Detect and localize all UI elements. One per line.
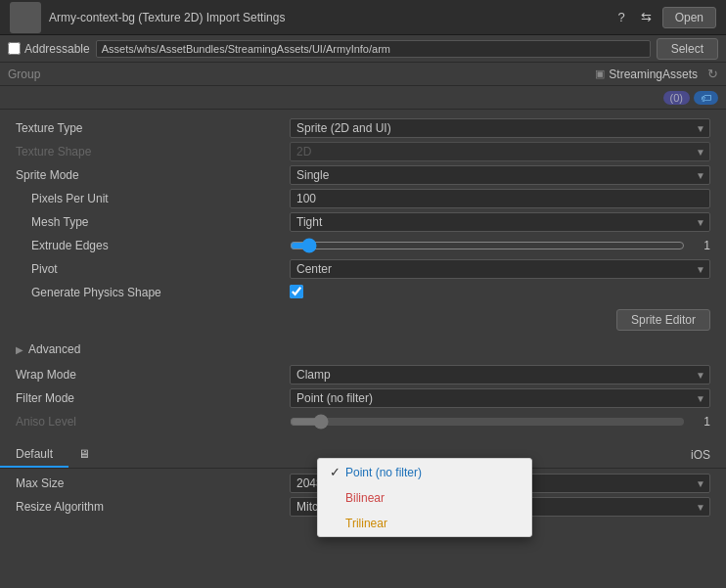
group-label: Group xyxy=(8,68,40,81)
wrap-mode-label: Wrap Mode xyxy=(16,368,290,382)
texture-type-row: Texture Type Sprite (2D and UI) ▼ xyxy=(16,117,710,139)
texture-type-control: Sprite (2D and UI) ▼ xyxy=(290,118,710,138)
window-title: Army-context-bg (Texture 2D) Import Sett… xyxy=(49,11,285,24)
sprite-editor-button[interactable]: Sprite Editor xyxy=(616,309,710,331)
tab-default[interactable]: Default xyxy=(0,442,68,468)
pixels-per-unit-label: Pixels Per Unit xyxy=(16,192,290,205)
extrude-edges-slider-row: 1 xyxy=(290,238,710,253)
texture-shape-dropdown: 2D xyxy=(290,142,710,161)
filter-option-trilinear[interactable]: Trilinear xyxy=(318,511,531,536)
texture-icon xyxy=(10,2,41,33)
check-icon: ✓ xyxy=(330,465,345,479)
texture-shape-row: Texture Shape 2D ▼ xyxy=(16,141,710,162)
advanced-title: Advanced xyxy=(28,342,80,356)
pixels-per-unit-row: Pixels Per Unit xyxy=(16,188,710,209)
sprite-mode-label: Sprite Mode xyxy=(16,168,290,182)
extrude-edges-row: Extrude Edges 1 xyxy=(16,235,710,256)
pivot-label: Pivot xyxy=(16,262,290,276)
extrude-edges-control: 1 xyxy=(290,238,710,253)
select-button[interactable]: Select xyxy=(657,38,718,60)
aniso-level-control: 1 xyxy=(290,414,710,430)
filter-mode-dropdown[interactable]: Point (no filter) xyxy=(290,388,710,408)
aniso-level-value: 1 xyxy=(691,415,710,429)
aniso-level-label: Aniso Level xyxy=(16,415,290,429)
wrap-mode-row: Wrap Mode Clamp ▼ xyxy=(16,364,710,385)
title-bar-left: Army-context-bg (Texture 2D) Import Sett… xyxy=(10,2,285,33)
mesh-type-control: Tight ▼ xyxy=(290,212,710,232)
generate-physics-shape-row: Generate Physics Shape xyxy=(16,282,710,303)
filter-option-bilinear[interactable]: Bilinear xyxy=(318,485,531,511)
mesh-type-row: Mesh Type Tight ▼ xyxy=(16,211,710,233)
extrude-edges-label: Extrude Edges xyxy=(16,239,290,252)
filter-mode-row: Filter Mode Point (no filter) ▼ xyxy=(16,387,710,409)
sprite-editor-row: Sprite Editor xyxy=(16,309,710,331)
addressable-path: Assets/whs/AssetBundles/StreamingAssets/… xyxy=(96,40,651,58)
max-size-label: Max Size xyxy=(16,476,290,490)
addressable-row: Addressable Assets/whs/AssetBundles/Stre… xyxy=(0,35,726,63)
tab-monitor[interactable]: 🖥 xyxy=(68,442,100,468)
settings-content: Texture Type Sprite (2D and UI) ▼ Textur… xyxy=(0,110,726,442)
wrap-mode-dropdown[interactable]: Clamp xyxy=(290,365,710,384)
title-bar: Army-context-bg (Texture 2D) Import Sett… xyxy=(0,0,726,35)
pixels-per-unit-input[interactable] xyxy=(290,189,710,208)
folder-icon: ▣ xyxy=(595,68,605,80)
sprite-mode-control: Single ▼ xyxy=(290,165,710,185)
group-value: ▣ StreamingAssets ↻ xyxy=(595,67,718,81)
texture-type-dropdown[interactable]: Sprite (2D and UI) xyxy=(290,118,710,138)
filter-option-point-label: Point (no filter) xyxy=(345,466,520,479)
generate-physics-shape-label: Generate Physics Shape xyxy=(16,286,290,299)
badge-row: (0) 🏷 xyxy=(0,86,726,110)
group-row: Group ▣ StreamingAssets ↻ xyxy=(0,63,726,86)
generate-physics-shape-control xyxy=(290,285,710,301)
texture-type-label: Texture Type xyxy=(16,121,290,135)
pivot-row: Pivot Center ▼ xyxy=(16,258,710,280)
pixels-per-unit-control xyxy=(290,189,710,208)
filter-mode-label: Filter Mode xyxy=(16,391,290,405)
filter-mode-control: Point (no filter) ▼ xyxy=(290,388,710,408)
aniso-level-slider xyxy=(290,414,685,430)
advanced-triangle: ▶ xyxy=(16,344,23,355)
filter-mode-popup: ✓ Point (no filter) Bilinear Trilinear xyxy=(317,458,532,537)
texture-shape-control: 2D ▼ xyxy=(290,142,710,161)
filter-option-point[interactable]: ✓ Point (no filter) xyxy=(318,459,531,485)
mesh-type-dropdown[interactable]: Tight xyxy=(290,212,710,232)
settings-button[interactable]: ⇆ xyxy=(636,8,657,26)
extrude-edges-slider[interactable] xyxy=(290,238,685,253)
color-badge: 🏷 xyxy=(694,91,718,105)
mesh-type-label: Mesh Type xyxy=(16,215,290,229)
filter-option-trilinear-label: Trilinear xyxy=(345,517,520,530)
count-badge: (0) xyxy=(663,91,690,105)
wrap-mode-control: Clamp ▼ xyxy=(290,365,710,384)
aniso-level-row: Aniso Level 1 xyxy=(16,411,710,432)
pivot-dropdown[interactable]: Center xyxy=(290,259,710,279)
extrude-edges-value: 1 xyxy=(691,239,710,252)
sprite-mode-row: Sprite Mode Single ▼ xyxy=(16,164,710,186)
filter-option-bilinear-label: Bilinear xyxy=(345,491,520,505)
tabs-right: iOS xyxy=(675,442,726,468)
resize-algorithm-label: Resize Algorithm xyxy=(16,500,290,514)
generate-physics-shape-checkbox[interactable] xyxy=(290,285,303,298)
title-bar-actions: ? ⇆ Open xyxy=(613,7,716,28)
open-button[interactable]: Open xyxy=(662,7,716,28)
refresh-icon: ↻ xyxy=(707,67,718,81)
tab-ios[interactable]: iOS xyxy=(675,443,726,467)
sprite-mode-dropdown[interactable]: Single xyxy=(290,165,710,185)
advanced-section-header[interactable]: ▶ Advanced xyxy=(16,339,710,360)
aniso-level-slider-row: 1 xyxy=(290,414,710,430)
group-name: StreamingAssets xyxy=(609,68,698,81)
pivot-control: Center ▼ xyxy=(290,259,710,279)
addressable-label[interactable]: Addressable xyxy=(8,42,90,56)
addressable-checkbox[interactable] xyxy=(8,42,21,55)
help-button[interactable]: ? xyxy=(613,8,629,26)
texture-shape-label: Texture Shape xyxy=(16,145,290,158)
